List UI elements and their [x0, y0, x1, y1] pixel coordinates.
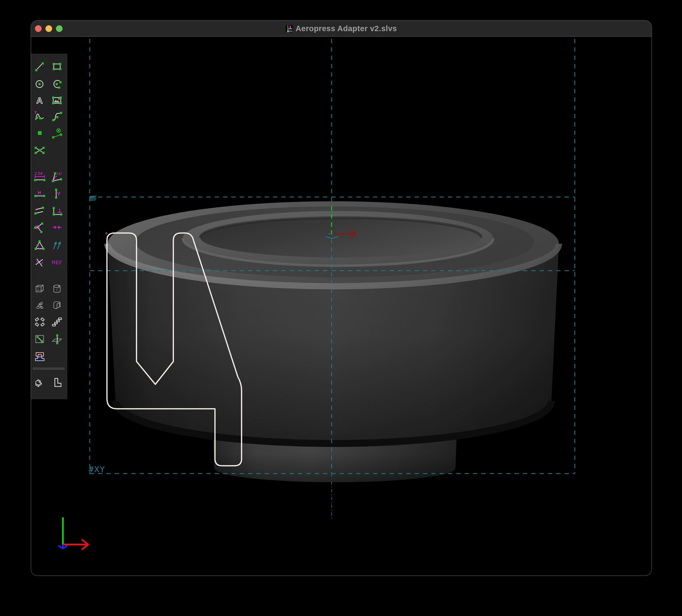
angle-constraint[interactable]: 74° — [51, 171, 63, 183]
align-view-tool[interactable] — [51, 377, 63, 388]
split-curves-tool[interactable] — [34, 144, 46, 156]
model-aeropress-adapter[interactable] — [108, 201, 559, 482]
title-area: Aeropress Adapter v2.slvs — [286, 24, 397, 33]
reference-dimension[interactable]: REF — [51, 256, 63, 268]
datum-point-tool[interactable] — [34, 127, 46, 139]
helix-tool[interactable] — [34, 299, 46, 311]
translate-copies-tool[interactable] — [51, 316, 63, 328]
text-tool[interactable]: A — [34, 94, 46, 106]
point-on-entity-constraint[interactable] — [34, 222, 46, 233]
svg-text:A: A — [36, 96, 43, 105]
svg-text:74°: 74° — [56, 172, 62, 176]
cubic-spline-tool[interactable] — [51, 110, 63, 122]
rotate-copies-tool[interactable] — [34, 316, 46, 328]
toolbar: AT2.5474°HVREF — [31, 54, 67, 399]
app-icon — [286, 25, 293, 32]
link-tool[interactable] — [34, 333, 46, 345]
construction-tool[interactable] — [51, 127, 63, 139]
revolve-tool[interactable] — [51, 299, 63, 311]
svg-text:H: H — [38, 190, 41, 196]
svg-text:2.54: 2.54 — [35, 171, 43, 176]
svg-text:V: V — [57, 191, 61, 196]
symmetric-constraint[interactable] — [51, 222, 63, 233]
boolean-difference-tool[interactable] — [34, 350, 46, 362]
desktop: Aeropress Adapter v2.slvs — [0, 0, 682, 616]
traffic-lights — [35, 25, 66, 32]
sketch-point[interactable] — [105, 232, 108, 235]
iso-view-tool[interactable] — [34, 377, 46, 388]
svg-text:T: T — [35, 111, 37, 115]
app-window: Aeropress Adapter v2.slvs — [31, 20, 652, 576]
new-sketch-tool[interactable] — [51, 333, 63, 345]
view-axes-indicator — [58, 517, 88, 550]
viewport[interactable]: #XY — [31, 37, 651, 575]
titlebar[interactable]: Aeropress Adapter v2.slvs — [31, 21, 651, 37]
rectangle-tool[interactable] — [51, 61, 63, 73]
minimize-button[interactable] — [45, 25, 52, 32]
image-tool[interactable] — [51, 94, 63, 106]
lathe-tool[interactable] — [51, 283, 63, 295]
cad-canvas[interactable]: #XY — [31, 37, 651, 575]
equal-constraint[interactable] — [34, 239, 46, 251]
x-axis-icon — [63, 540, 88, 550]
workplane-label[interactable]: #XY — [89, 464, 105, 474]
vertical-constraint[interactable]: V — [51, 188, 63, 200]
zoom-button[interactable] — [56, 25, 63, 32]
perpendicular-constraint[interactable] — [51, 205, 63, 216]
same-orientation-constraint[interactable] — [51, 239, 63, 251]
circle-tool[interactable] — [34, 78, 46, 90]
parallel-constraint[interactable] — [34, 205, 46, 216]
window-title: Aeropress Adapter v2.slvs — [296, 24, 397, 33]
line-tool[interactable] — [34, 61, 46, 73]
other-angle-constraint[interactable] — [34, 256, 46, 268]
horizontal-constraint[interactable]: H — [34, 188, 46, 200]
extrude-tool[interactable] — [34, 283, 46, 295]
toolbar-divider — [32, 367, 65, 370]
tangent-arc-tool[interactable]: T — [34, 110, 46, 122]
svg-text:REF: REF — [52, 260, 62, 265]
distance-constraint[interactable]: 2.54 — [34, 171, 46, 183]
close-button[interactable] — [35, 25, 42, 32]
arc-tool[interactable] — [51, 78, 63, 90]
